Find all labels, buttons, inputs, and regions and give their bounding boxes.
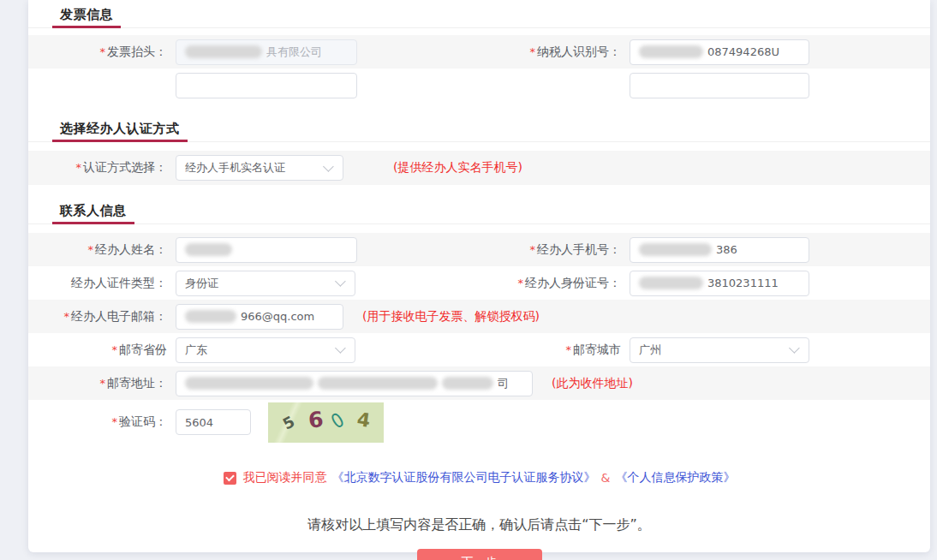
taxid-label: *纳税人识别号： bbox=[504, 45, 630, 60]
captcha-digit: 5 bbox=[281, 414, 298, 432]
required-mark: * bbox=[64, 310, 70, 323]
required-mark: * bbox=[566, 343, 572, 356]
city-value: 广州 bbox=[639, 343, 661, 358]
section-title-contact: 联系人信息 bbox=[52, 199, 134, 224]
invoice-title-confirm-field bbox=[28, 73, 504, 98]
redaction-blur bbox=[185, 377, 313, 390]
section-title-invoice: 发票信息 bbox=[52, 3, 121, 28]
chevron-down-icon bbox=[323, 161, 334, 172]
chevron-down-icon bbox=[335, 276, 346, 287]
address-value: 司 bbox=[498, 376, 509, 391]
row-captcha: *验证码： 5604 5 6 0 4 bbox=[28, 400, 930, 444]
address-label: *邮寄地址： bbox=[28, 376, 176, 391]
section-contact-header: 联系人信息 bbox=[28, 199, 930, 224]
form-card: 发票信息 *发票抬头： 具有限公司 *纳税人识别号： 087494268U bbox=[28, 0, 930, 552]
city-field: *邮寄城市 广州 bbox=[504, 337, 930, 363]
invoice-title-value: 具有限公司 bbox=[266, 45, 322, 60]
section-auth-header: 选择经办人认证方式 bbox=[28, 116, 930, 142]
captcha-field: *验证码： 5604 5 6 0 4 bbox=[28, 402, 384, 443]
taxid-confirm-input[interactable] bbox=[630, 73, 809, 98]
ampersand: & bbox=[601, 471, 611, 485]
captcha-digit: 6 bbox=[307, 408, 325, 432]
redaction-blur bbox=[639, 45, 703, 58]
row-email: *经办人电子邮箱： 966@qq.com (用于接收电子发票、解锁授权码) bbox=[28, 300, 930, 333]
redaction-blur bbox=[442, 377, 493, 390]
row-name-phone: *经办人姓名： *经办人手机号： 386 bbox=[28, 233, 930, 266]
privacy-policy-link[interactable]: 《个人信息保护政策》 bbox=[615, 470, 735, 486]
city-select[interactable]: 广州 bbox=[630, 337, 809, 363]
taxid-confirm-field bbox=[504, 73, 930, 98]
chevron-down-icon bbox=[789, 343, 800, 354]
agent-phone-value: 386 bbox=[716, 243, 737, 256]
required-mark: * bbox=[76, 161, 82, 174]
taxid-value: 087494268U bbox=[707, 45, 779, 58]
next-step-button[interactable]: 下一步 bbox=[417, 549, 542, 560]
email-value: 966@qq.com bbox=[241, 310, 314, 323]
province-select[interactable]: 广东 bbox=[176, 337, 355, 363]
agent-phone-field: *经办人手机号： 386 bbox=[504, 237, 930, 263]
captcha-input[interactable]: 5604 bbox=[176, 409, 251, 435]
id-number-label: *经办人身份证号： bbox=[504, 276, 630, 291]
id-number-input[interactable]: 3810231111 bbox=[630, 271, 809, 296]
agent-name-field: *经办人姓名： bbox=[28, 237, 504, 263]
id-type-label: 经办人证件类型： bbox=[28, 276, 176, 291]
row-invoice-values: *发票抬头： 具有限公司 *纳税人识别号： 087494268U bbox=[28, 35, 930, 69]
invoice-title-label: *发票抬头： bbox=[28, 45, 176, 60]
check-icon bbox=[225, 472, 235, 481]
agent-phone-input[interactable]: 386 bbox=[630, 237, 809, 263]
address-input[interactable]: 司 bbox=[176, 371, 533, 396]
required-mark: * bbox=[112, 343, 118, 356]
row-address: *邮寄地址： 司 (此为收件地址) bbox=[28, 366, 930, 400]
section-invoice-header: 发票信息 bbox=[28, 3, 930, 28]
id-number-value: 3810231111 bbox=[707, 277, 779, 289]
required-mark: * bbox=[88, 243, 94, 256]
required-mark: * bbox=[518, 277, 524, 289]
row-invoice-empty bbox=[28, 69, 930, 103]
email-field: *经办人电子邮箱： 966@qq.com bbox=[28, 304, 343, 330]
email-hint: (用于接收电子发票、解锁授权码) bbox=[362, 309, 540, 325]
service-agreement-link[interactable]: 《北京数字认证股份有限公司电子认证服务协议》 bbox=[332, 470, 596, 486]
auth-method-select[interactable]: 经办人手机实名认证 bbox=[176, 155, 343, 181]
invoice-title-field: *发票抬头： 具有限公司 bbox=[28, 39, 504, 65]
required-mark: * bbox=[100, 377, 106, 390]
agreement-row: 我已阅读并同意 《北京数字认证股份有限公司电子认证服务协议》 & 《个人信息保护… bbox=[28, 470, 930, 486]
required-mark: * bbox=[100, 45, 106, 58]
agreement-prefix: 我已阅读并同意 bbox=[243, 470, 327, 486]
invoice-title-confirm-input[interactable] bbox=[176, 73, 357, 98]
required-mark: * bbox=[112, 415, 118, 428]
city-label: *邮寄城市 bbox=[504, 343, 630, 358]
redaction-blur bbox=[185, 310, 236, 323]
page: { "invoice": { "section_title": "发票信息", … bbox=[0, 0, 937, 560]
captcha-image[interactable]: 5 6 0 4 bbox=[268, 402, 384, 443]
taxid-field: *纳税人识别号： 087494268U bbox=[504, 39, 930, 65]
confirm-text: 请核对以上填写内容是否正确，确认后请点击“下一步”。 bbox=[28, 516, 930, 534]
email-label: *经办人电子邮箱： bbox=[28, 309, 176, 325]
row-auth-method: *认证方式选择： 经办人手机实名认证 (提供经办人实名手机号) bbox=[28, 151, 930, 185]
taxid-input[interactable]: 087494268U bbox=[630, 39, 809, 65]
redaction-blur bbox=[639, 243, 712, 256]
captcha-digit: 4 bbox=[356, 410, 372, 431]
redaction-blur bbox=[185, 45, 262, 58]
agreement-checkbox[interactable] bbox=[224, 472, 236, 485]
captcha-digit: 0 bbox=[328, 409, 348, 432]
province-label: *邮寄省份 bbox=[28, 343, 176, 358]
id-type-value: 身份证 bbox=[185, 276, 218, 291]
id-type-select[interactable]: 身份证 bbox=[176, 271, 355, 296]
id-type-field: 经办人证件类型： 身份证 bbox=[28, 271, 504, 296]
required-mark: * bbox=[530, 45, 536, 58]
agent-name-input[interactable] bbox=[176, 237, 357, 263]
agent-phone-label: *经办人手机号： bbox=[504, 242, 630, 258]
province-field: *邮寄省份 广东 bbox=[28, 337, 504, 363]
invoice-title-input[interactable]: 具有限公司 bbox=[176, 39, 357, 65]
auth-method-hint: (提供经办人实名手机号) bbox=[393, 160, 522, 176]
required-mark: * bbox=[530, 243, 536, 256]
address-hint: (此为收件地址) bbox=[552, 376, 633, 391]
redaction-blur bbox=[185, 243, 232, 256]
captcha-label: *验证码： bbox=[28, 414, 176, 430]
redaction-blur bbox=[318, 377, 438, 390]
email-input[interactable]: 966@qq.com bbox=[176, 304, 343, 330]
address-field: *邮寄地址： 司 bbox=[28, 371, 533, 396]
auth-method-value: 经办人手机实名认证 bbox=[185, 160, 285, 176]
province-value: 广东 bbox=[185, 343, 207, 358]
auth-method-hint-wrap: (提供经办人实名手机号) bbox=[504, 160, 930, 176]
